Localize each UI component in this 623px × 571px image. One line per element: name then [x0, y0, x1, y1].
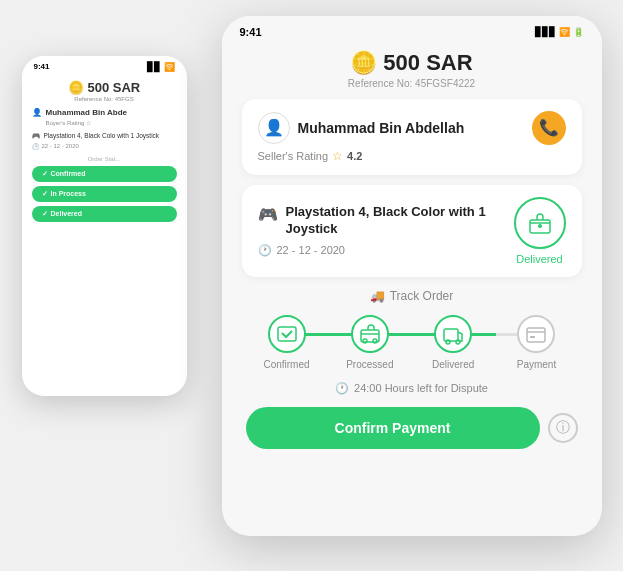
- phone-track: ✓ Confirmed ✓ In Process ✓ Delivered: [32, 166, 177, 222]
- svg-point-7: [446, 340, 450, 344]
- tablet-device: 9:41 ▊▊▊ 🛜 🔋 🪙 500 SAR Reference No: 45F…: [222, 16, 602, 536]
- tablet-time: 9:41: [240, 26, 262, 38]
- confirm-btn-row: Confirm Payment ⓘ: [242, 407, 582, 449]
- clock-icon: 🕐: [258, 244, 272, 257]
- product-info: 🎮 Playstation 4, Black Color with 1 Joys…: [258, 204, 504, 257]
- svg-point-5: [373, 339, 377, 343]
- phone-btn-in-process[interactable]: ✓ In Process: [32, 186, 177, 202]
- phone-product: 🎮 Playstation 4, Black Colo with 1 Joyst…: [32, 132, 177, 140]
- confirmed-icon-wrap: [268, 315, 306, 353]
- phone-device: 9:41 ▊▊ 🛜 🪙 500 SAR Reference No: 45FGS …: [22, 56, 187, 396]
- track-step-confirmed: Confirmed: [252, 315, 322, 370]
- svg-rect-6: [444, 329, 458, 341]
- track-title: 🚚 Track Order: [242, 289, 582, 303]
- phone-status-icons: ▊▊ 🛜: [147, 62, 175, 72]
- product-section: 🎮 Playstation 4, Black Color with 1 Joys…: [242, 185, 582, 277]
- processed-icon: [359, 323, 381, 345]
- confirm-payment-button[interactable]: Confirm Payment: [246, 407, 540, 449]
- track-step-processed: Processed: [335, 315, 405, 370]
- truck-icon: 🚚: [370, 289, 385, 303]
- clock2-icon: 🕐: [335, 382, 349, 395]
- rating-value: 4.2: [347, 150, 362, 162]
- track-steps: Confirmed Pro: [242, 315, 582, 370]
- phone-user: 👤 Muhammad Bin Abde: [32, 108, 177, 117]
- product-name: Playstation 4, Black Color with 1 Joysti…: [286, 204, 504, 238]
- tablet-status-icons: ▊▊▊ 🛜 🔋: [535, 27, 584, 37]
- svg-point-8: [456, 340, 460, 344]
- amount-ref: Reference No: 45FGSF4222: [242, 78, 582, 89]
- seller-info: 👤 Muhammad Bin Abdellah: [258, 112, 465, 144]
- step-label-payment: Payment: [517, 359, 556, 370]
- delivered-circle: [514, 197, 566, 249]
- svg-point-1: [538, 224, 542, 228]
- step-label-confirmed: Confirmed: [263, 359, 309, 370]
- phone-rating: Buyer's Rating ☆: [46, 119, 177, 126]
- payment-icon-wrap: [517, 315, 555, 353]
- phone-date: 🕐 22 - 12 - 2020: [32, 143, 177, 150]
- track-section: 🚚 Track Order Confirmed: [242, 289, 582, 370]
- phone-content: 🪙 500 SAR Reference No: 45FGS 👤 Muhammad…: [22, 74, 187, 228]
- track-step-payment: Payment: [501, 315, 571, 370]
- product-date: 🕐 22 - 12 - 2020: [258, 244, 504, 257]
- phone-btn-confirmed[interactable]: ✓ Confirmed: [32, 166, 177, 182]
- delivered-icon-wrap: [434, 315, 472, 353]
- product-name-row: 🎮 Playstation 4, Black Color with 1 Joys…: [258, 204, 504, 238]
- tablet-body: 🪙 500 SAR Reference No: 45FGSF4222 👤 Muh…: [222, 42, 602, 461]
- amount-label: 🪙 500 SAR: [242, 50, 582, 76]
- call-button[interactable]: 📞: [532, 111, 566, 145]
- phone-btn-delivered[interactable]: ✓ Delivered: [32, 206, 177, 222]
- amount-section: 🪙 500 SAR Reference No: 45FGSF4222: [242, 50, 582, 89]
- delivered-text: Delivered: [516, 253, 562, 265]
- svg-rect-2: [278, 327, 296, 341]
- tablet-status-bar: 9:41 ▊▊▊ 🛜 🔋: [222, 16, 602, 42]
- star-icon: ☆: [332, 149, 343, 163]
- svg-point-4: [363, 339, 367, 343]
- track-step-delivered: Delivered: [418, 315, 488, 370]
- seller-row: 👤 Muhammad Bin Abdellah 📞: [258, 111, 566, 145]
- phone-ref: Reference No: 45FGS: [32, 96, 177, 102]
- info-button[interactable]: ⓘ: [548, 413, 578, 443]
- delivered-step-icon: [442, 323, 464, 345]
- avatar: 👤: [258, 112, 290, 144]
- seller-rating: Seller's Rating ☆ 4.2: [258, 149, 566, 163]
- step-label-delivered: Delivered: [432, 359, 474, 370]
- seller-name: Muhammad Bin Abdellah: [298, 120, 465, 136]
- scene: 9:41 ▊▊ 🛜 🪙 500 SAR Reference No: 45FGS …: [22, 16, 602, 556]
- phone-status-bar: 9:41 ▊▊ 🛜: [22, 56, 187, 74]
- processed-icon-wrap: [351, 315, 389, 353]
- confirmed-icon: [276, 323, 298, 345]
- svg-rect-10: [530, 336, 535, 338]
- seller-section: 👤 Muhammad Bin Abdellah 📞 Seller's Ratin…: [242, 99, 582, 175]
- dispute-row: 🕐 24:00 Hours left for Dispute: [242, 382, 582, 395]
- step-label-processed: Processed: [346, 359, 393, 370]
- svg-rect-9: [527, 328, 545, 342]
- package-icon: [527, 210, 553, 236]
- coin-icon: 🪙: [350, 50, 377, 76]
- phone-order-status: Order Stat...: [32, 156, 177, 162]
- product-icon: 🎮: [258, 205, 278, 224]
- phone-time: 9:41: [34, 62, 50, 71]
- phone-amount: 🪙 500 SAR: [32, 80, 177, 95]
- payment-icon: [525, 323, 547, 345]
- delivered-badge: Delivered: [514, 197, 566, 265]
